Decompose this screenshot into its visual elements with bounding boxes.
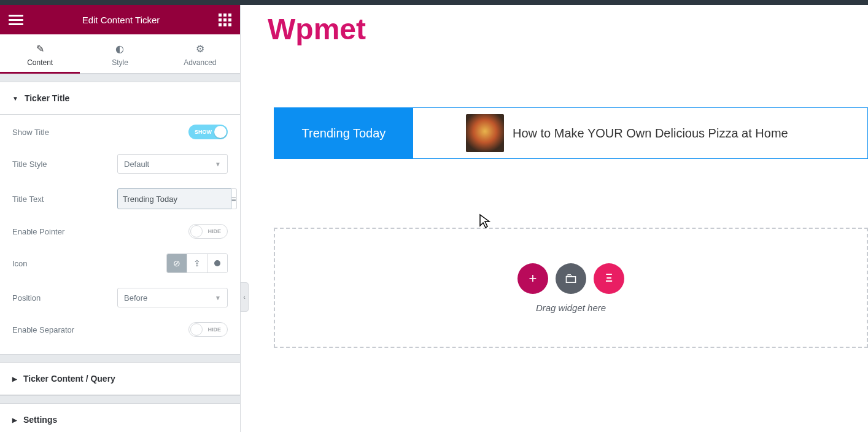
- ek-icon: Ξ: [605, 272, 613, 285]
- label-icon: Icon: [12, 259, 166, 268]
- tab-advanced[interactable]: ⚙ Advanced: [160, 34, 240, 73]
- icon-none[interactable]: ⊘: [167, 254, 187, 272]
- caret-down-icon: ▼: [12, 95, 18, 102]
- preview-area: ‹ Wpmet Trending Today How to Make YOUR …: [241, 5, 868, 432]
- contrast-icon: ◐: [80, 43, 160, 55]
- tab-style[interactable]: ◐ Style: [80, 34, 160, 73]
- label-title-style: Title Style: [12, 160, 117, 169]
- input-title-text[interactable]: [117, 188, 231, 209]
- tab-label: Style: [112, 58, 128, 67]
- section-label: Ticker Content / Query: [23, 374, 115, 384]
- upload-icon: ⇪: [193, 258, 201, 268]
- template-library-button[interactable]: 🗀: [556, 263, 586, 294]
- plus-icon: +: [529, 271, 537, 287]
- label-title-text: Title Text: [12, 195, 117, 204]
- database-icon: ≡: [231, 195, 236, 204]
- ticker-body: How to Make YOUR Own Delicious Pizza at …: [413, 108, 867, 158]
- toggle-show-title[interactable]: SHOW: [188, 125, 228, 139]
- tab-content[interactable]: ✎ Content: [0, 34, 80, 73]
- label-show-title: Show Title: [12, 128, 188, 137]
- section-label: Settings: [23, 415, 57, 425]
- gear-icon: ⚙: [160, 43, 240, 55]
- section-ticker-title[interactable]: ▼ Ticker Title: [0, 82, 240, 115]
- caret-right-icon: ▶: [12, 417, 17, 423]
- icon-upload[interactable]: ⇪: [187, 254, 207, 272]
- toggle-enable-separator[interactable]: HIDE: [188, 322, 228, 337]
- menu-icon[interactable]: [9, 12, 23, 28]
- chevron-left-icon: ‹: [243, 293, 246, 301]
- select-position[interactable]: Before ▼: [117, 288, 228, 307]
- chevron-down-icon: ▼: [215, 161, 221, 168]
- section-ticker-content[interactable]: ▶ Ticker Content / Query: [0, 363, 240, 395]
- add-section-button[interactable]: +: [517, 263, 548, 294]
- chevron-down-icon: ▼: [215, 295, 221, 301]
- label-position: Position: [12, 293, 117, 303]
- elementskit-button[interactable]: Ξ: [594, 263, 624, 294]
- icon-library[interactable]: [207, 254, 227, 272]
- folder-icon: 🗀: [564, 271, 578, 287]
- ticker-title: Trending Today: [274, 108, 413, 158]
- label-enable-separator: Enable Separator: [12, 325, 188, 334]
- icon-choice-group: ⊘ ⇪: [166, 253, 228, 273]
- caret-right-icon: ▶: [12, 376, 17, 382]
- content-ticker-widget[interactable]: Trending Today How to Make YOUR Own Deli…: [274, 107, 868, 159]
- drop-zone-label: Drag widget here: [536, 303, 606, 313]
- toggle-enable-pointer[interactable]: HIDE: [188, 224, 228, 239]
- editor-header: Edit Content Ticker: [0, 5, 240, 34]
- none-icon: ⊘: [173, 258, 180, 268]
- select-title-style[interactable]: Default ▼: [117, 154, 228, 174]
- pencil-icon: ✎: [0, 43, 80, 55]
- brand-title: Wpmet: [268, 12, 868, 46]
- panel-collapse-handle[interactable]: ‹: [240, 282, 249, 312]
- page-title: Edit Content Ticker: [23, 15, 219, 25]
- dynamic-tags-button[interactable]: ≡: [231, 188, 237, 209]
- ticker-item-text: How to Make YOUR Own Delicious Pizza at …: [513, 126, 788, 141]
- label-enable-pointer: Enable Pointer: [12, 227, 188, 236]
- tab-label: Advanced: [184, 58, 216, 67]
- circle-icon: [214, 260, 220, 266]
- widgets-icon[interactable]: [219, 14, 231, 26]
- ticker-item-thumbnail: [466, 114, 504, 152]
- section-settings[interactable]: ▶ Settings: [0, 404, 240, 432]
- drop-zone[interactable]: + 🗀 Ξ Drag widget here: [274, 228, 868, 348]
- section-label: Ticker Title: [25, 93, 69, 103]
- tab-label: Content: [27, 58, 53, 67]
- editor-tabs: ✎ Content ◐ Style ⚙ Advanced: [0, 34, 240, 74]
